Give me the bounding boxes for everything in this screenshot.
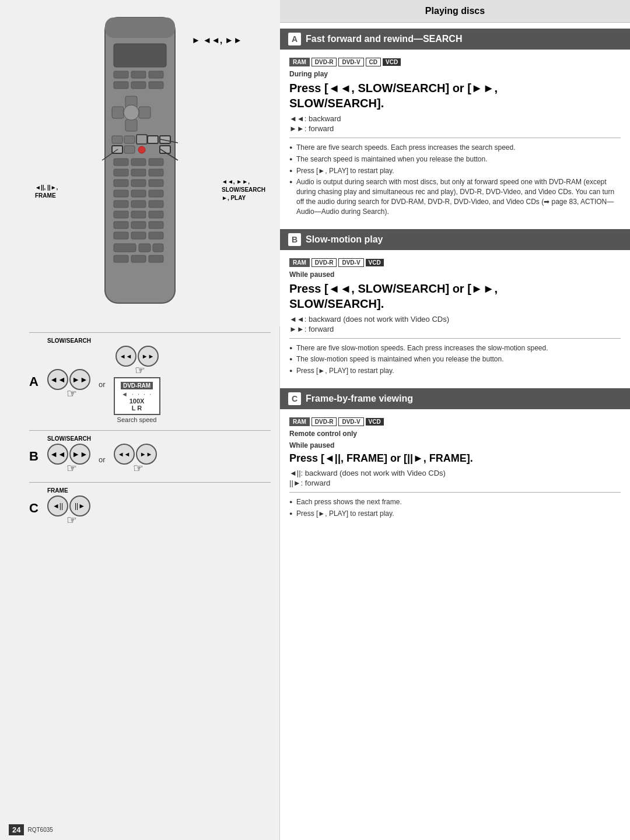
rewind-btn-dvdram[interactable]: ◄◄ (116, 346, 136, 367)
badge-vcd-b: VCD (366, 259, 384, 266)
arrow-right-label: ► (192, 35, 201, 45)
left-panel: Basic operations ► ◄◄, ►► (0, 0, 280, 840)
svg-rect-38 (114, 211, 128, 218)
svg-rect-50 (114, 255, 128, 262)
arrow-ffwd-label: ►► (225, 35, 242, 45)
svg-rect-6 (114, 82, 128, 89)
svg-rect-43 (149, 222, 163, 229)
rewind-hand-b2: ◄◄ ►► ☞ (114, 444, 157, 475)
svg-rect-10 (125, 120, 137, 131)
svg-rect-29 (114, 180, 128, 187)
diagram-section-c: C FRAME ◄|| ||► ☞ (29, 482, 271, 534)
section-b-badges: RAM DVD-R DVD-V VCD (289, 258, 621, 267)
section-c-content: RAM DVD-R DVD-V VCD Remote control only … (280, 409, 630, 525)
svg-rect-14 (112, 136, 123, 143)
badge-cd-a: CD (366, 58, 381, 66)
diagram-a-slow-label: SLOW/SEARCH (47, 338, 271, 344)
hand-icon-b2: ☞ (133, 461, 144, 475)
svg-rect-42 (131, 222, 146, 229)
svg-rect-27 (131, 169, 146, 176)
dvd-ram-hand: ◄◄ ►► ☞ (116, 346, 159, 377)
bullet-a-1: There are five search speeds. Each press… (289, 143, 621, 153)
svg-rect-26 (114, 169, 128, 176)
section-a-content: RAM DVD-R DVD-V CD VCD During play Press… (280, 50, 630, 223)
arrow-rewind-label: ◄◄, (202, 35, 222, 45)
svg-rect-48 (139, 244, 150, 252)
bullet-a-4: Audio is output during search with most … (289, 177, 621, 216)
section-a-dir2: ►►: forward (289, 124, 621, 133)
right-panel: Playing discs A Fast forward and rewind—… (280, 0, 630, 840)
svg-rect-47 (114, 244, 136, 252)
section-c-badges: RAM DVD-R DVD-V VCD (289, 417, 621, 426)
svg-rect-44 (114, 232, 128, 239)
svg-rect-41 (114, 222, 128, 229)
or-text-a: or (99, 380, 106, 389)
rewind-btn-b2[interactable]: ◄◄ (114, 444, 135, 465)
page-code: RQT6035 (27, 827, 52, 833)
divider-c (289, 492, 621, 493)
bullet-c-1: Each press shows the next frame. (289, 497, 621, 507)
svg-rect-46 (149, 232, 163, 239)
badge-ram-a: RAM (289, 58, 310, 66)
section-b-dir2: ►►: forward (289, 325, 621, 333)
dvd-ram-label: DVD-RAM (121, 382, 153, 389)
badge-dvdr-c: DVD-R (312, 417, 337, 426)
diagram-content-b: SLOW/SEARCH ◄◄ ►► ☞ or ◄◄ (47, 435, 271, 477)
svg-rect-24 (131, 159, 146, 166)
section-c-dir1: ◄||: backward (does not work with Video … (289, 469, 621, 477)
rewind-btn-a[interactable]: ◄◄ (47, 369, 68, 390)
frame-btn-back[interactable]: ◄|| (47, 495, 68, 516)
badge-ram-c: RAM (289, 417, 310, 426)
section-b-subheading: While paused (289, 270, 621, 279)
diagram-b-row: ◄◄ ►► ☞ or ◄◄ ►► ☞ (47, 444, 271, 475)
search-speed-label: Search speed (117, 416, 157, 423)
section-c-subheading-1: Remote control only (289, 430, 621, 438)
badge-vcd-c: VCD (366, 418, 384, 426)
svg-rect-40 (149, 211, 163, 218)
svg-rect-31 (149, 180, 163, 187)
svg-rect-5 (149, 71, 163, 78)
section-b-title: Slow-motion play (306, 234, 383, 245)
svg-rect-33 (131, 190, 146, 197)
section-header-c: C Frame-by-frame viewing (280, 388, 630, 409)
diagram-section-b: B SLOW/SEARCH ◄◄ ►► ☞ or (29, 430, 271, 482)
section-c-subheading-2: While paused (289, 441, 621, 449)
svg-rect-28 (149, 169, 163, 176)
slow-search-label: ◄◄, ►►, SLOW/SEARCH ►, PLAY (222, 178, 265, 202)
section-header-b: B Slow-motion play (280, 229, 630, 250)
svg-rect-1 (105, 17, 175, 38)
page-number: 24 RQT6035 (9, 824, 53, 835)
side-label: Basic operations (0, 387, 65, 453)
badge-dvdv-b: DVD-V (338, 258, 363, 267)
lr-label: L R (120, 405, 155, 412)
svg-rect-52 (149, 255, 163, 262)
section-a-badges: RAM DVD-R DVD-V CD VCD (289, 58, 621, 66)
section-a-letter: A (288, 33, 301, 45)
svg-rect-15 (124, 136, 135, 143)
svg-rect-30 (131, 180, 146, 187)
diagram-a-row: ◄◄ ►► ☞ or ◄◄ ►► (47, 346, 271, 423)
svg-rect-35 (114, 201, 128, 208)
section-c-dir2: ||►: forward (289, 479, 621, 487)
svg-rect-45 (131, 232, 146, 239)
hand-icon-b: ☞ (66, 461, 77, 475)
diagram-c-frame-label: FRAME (47, 487, 271, 494)
svg-rect-4 (131, 71, 146, 78)
svg-rect-25 (149, 159, 163, 166)
section-c-title: Frame-by-frame viewing (306, 393, 413, 404)
badge-dvdr-b: DVD-R (312, 258, 337, 267)
badge-dvdv-a: DVD-V (338, 58, 363, 66)
bullet-c-2: Press [►, PLAY] to restart play. (289, 509, 621, 519)
svg-rect-51 (131, 255, 146, 262)
section-c-letter: C (288, 392, 301, 405)
section-b-content: RAM DVD-R DVD-V VCD While paused Press [… (280, 250, 630, 382)
or-text-b: or (99, 455, 106, 464)
badge-dvdr-a: DVD-R (312, 58, 337, 66)
remote-area: ► ◄◄, ►► (0, 0, 280, 326)
section-header-a: A Fast forward and rewind—SEARCH (280, 29, 630, 50)
section-b-dir1: ◄◄: backward (does not work with Video C… (289, 315, 621, 324)
hand-icon-dvdram: ☞ (135, 363, 145, 377)
svg-rect-23 (114, 159, 128, 166)
svg-rect-37 (149, 201, 163, 208)
svg-rect-34 (149, 190, 163, 197)
